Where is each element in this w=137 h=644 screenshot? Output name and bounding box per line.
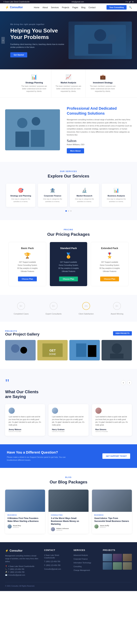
nav-home[interactable]: Home: [34, 6, 39, 9]
market-icon: 📈: [55, 74, 82, 80]
pricing-standard-btn[interactable]: Choose Plan: [59, 276, 78, 281]
cta-content: Have You a Different Question? Please ma…: [7, 450, 75, 462]
about-more-button[interactable]: More About: [67, 148, 84, 154]
pricing-basic-name: Basic Pack: [12, 247, 43, 250]
footer-link-email[interactable]: Consultor@gmail.com: [44, 568, 61, 570]
stats-section: 0+ Completed Cases 0+ Expert Consultants…: [0, 295, 137, 322]
hero-prev-arrow[interactable]: ‹: [1, 37, 5, 44]
feature-strategy: 📊 Strategy Planning The team members' pu…: [17, 69, 51, 97]
hero-cta-button[interactable]: Get Started: [10, 52, 27, 58]
svg-text:0+: 0+: [116, 304, 118, 307]
gallery-item-4[interactable]: [101, 340, 132, 360]
social-icon-tw[interactable]: t: [127, 1, 128, 3]
service-analysis: 📊 Business Analysis One way to categoriz…: [102, 184, 131, 207]
testimonial-name-1: Jenny Watson: [9, 428, 42, 430]
nav-blog[interactable]: Blog: [81, 6, 85, 9]
footer-service-4[interactable]: Consulting: [73, 566, 81, 568]
footer-link-fax[interactable]: F: (800) 123-456-789: [44, 564, 60, 566]
hero-description: Facilitating client learning: that is, t…: [10, 43, 69, 49]
footer-proj-2[interactable]: [113, 554, 122, 561]
nav-projects[interactable]: Projects: [62, 6, 69, 9]
gallery-item-3[interactable]: [69, 340, 100, 360]
footer-fax: 📠 F: (800) 123-456-789: [5, 571, 39, 573]
footer-projects-col: PROJECTS: [103, 549, 132, 577]
dot-2[interactable]: [68, 210, 69, 212]
testimonial-item-1: I just wanted to share a quick note and …: [5, 404, 45, 436]
footer-proj-1[interactable]: [103, 554, 112, 561]
testimonial-prev-button[interactable]: ‹: [121, 380, 126, 385]
footer-contact-col: CONTACT 4 Swan Lake Street Crawfordsvill…: [44, 549, 68, 577]
blog-post-2[interactable]: Consulting 3 of the Worst Ways Small Bus…: [49, 490, 88, 534]
gallery-item-1[interactable]: [5, 340, 36, 360]
footer-proj-3[interactable]: [123, 554, 132, 561]
feature-market: 📈 Market Analysis The team members' purp…: [51, 69, 86, 97]
feature-investment-title: Investment Strategy: [89, 82, 116, 84]
blog-post-3[interactable]: Business Good Advice: Tips From Successf…: [92, 490, 132, 534]
gallery-section: PROJECTS Our Project Gallery VIEW PROJEC…: [0, 322, 137, 369]
nav-about[interactable]: About: [43, 6, 48, 9]
testimonial-item-3: I just wanted to share a quick note and …: [92, 404, 132, 436]
stat-satisfaction-label: Client Satisfaction: [79, 313, 94, 315]
about-title: Professional And Dedicated Consulting So…: [67, 106, 132, 116]
gallery-header-left: PROJECTS Our Project Gallery: [5, 330, 40, 336]
topbar: 4 Swan Lake Street Crawfordsville info@g…: [0, 0, 137, 4]
footer-grid: ⚡ Consultor Management consulting involv…: [5, 549, 132, 577]
testimonials-section: " What Our Clients are Saying ‹ › I just…: [0, 369, 137, 444]
footer-proj-5[interactable]: [113, 562, 122, 570]
svg-point-1: [94, 29, 106, 41]
social-icon-gp[interactable]: g+: [129, 1, 131, 3]
footer-service-3[interactable]: Information Technology: [73, 562, 91, 564]
extended-f4: Ultimate Features: [94, 270, 125, 272]
services-section: OUR SERVICES Explore Our Services 🎯 Stra…: [0, 162, 137, 220]
svg-text:0+: 0+: [20, 304, 23, 307]
gallery-view-button[interactable]: VIEW PROJECTS: [113, 331, 132, 336]
gallery-item-2[interactable]: GET DONE: [37, 340, 68, 360]
footer-projects-heading: PROJECTS: [103, 549, 132, 552]
services-tag: OUR SERVICES: [5, 170, 132, 172]
blog-grid: Business 8 Mistakes First-Time Founders …: [5, 490, 132, 534]
feature-market-desc: The team members' purposes are better un…: [55, 85, 82, 92]
pricing-extended-btn[interactable]: Choose Plan: [100, 276, 119, 281]
strategy-icon: 📊: [21, 74, 48, 80]
social-icon-in[interactable]: in: [132, 1, 133, 3]
footer-email: ✉️ Consultor@gmail.com: [5, 574, 39, 576]
feature-investment: 💼 Investment Strategy The team members' …: [86, 69, 120, 97]
footer-link-address[interactable]: 4 Swan Lake Street Crawfordsville: [44, 554, 59, 559]
testimonial-next-button[interactable]: ›: [127, 380, 132, 385]
basic-f3: 30 Day analytics & insights: [12, 267, 43, 269]
gallery-tag: PROJECTS: [5, 330, 40, 332]
blog-content-3: Business Good Advice: Tips From Successf…: [92, 512, 132, 531]
nav-contact[interactable]: Contact: [88, 6, 96, 9]
nav-pages[interactable]: Pages: [72, 6, 78, 9]
topbar-social: f t g+ in: [126, 1, 133, 3]
testimonial-name-3: Ron Simons: [95, 428, 128, 430]
quote-mark: ": [5, 378, 39, 388]
testimonial-role-1: CEO/Co-Founder: [9, 430, 42, 432]
svg-point-3: [108, 34, 116, 43]
social-icon-fb[interactable]: f: [126, 1, 126, 3]
testimonial-avatar-1: [9, 408, 15, 414]
footer-proj-6[interactable]: [123, 562, 132, 570]
feature-strategy-title: Strategy Planning: [21, 82, 48, 84]
footer-service-5[interactable]: Change Management: [73, 569, 90, 571]
footer-link-phone[interactable]: T: (800) 123-456-789: [44, 561, 60, 562]
footer-service-2[interactable]: Corporate Finance: [73, 558, 88, 560]
search-icon[interactable]: 🔍: [129, 6, 132, 9]
testimonial-text-3: I just wanted to share a quick note and …: [95, 416, 128, 426]
pricing-basic-btn[interactable]: Choose Plan: [18, 276, 37, 281]
footer-service-1[interactable]: Advanced Analysis: [73, 554, 88, 556]
extended-f2: Home Consulting System: [94, 264, 125, 266]
cta-button[interactable]: GET SUPPORT TICKET: [102, 453, 130, 459]
dot-3[interactable]: [70, 210, 72, 212]
blog-post-1[interactable]: Business 8 Mistakes First-Time Founders …: [5, 490, 45, 534]
svg-point-28: [112, 343, 122, 354]
about-image: [5, 109, 60, 150]
about-content: Professional And Dedicated Consulting So…: [67, 106, 132, 154]
testimonial-header: " What Our Clients are Saying ‹ ›: [5, 378, 132, 399]
stat-cases: 0+ Completed Cases: [14, 302, 29, 315]
about-sig-name: Robert Williams, CEO: [67, 144, 132, 146]
nav-services[interactable]: Services: [51, 6, 59, 9]
nav-cta-button[interactable]: Your Consulting: [106, 5, 126, 10]
dot-1[interactable]: [65, 210, 67, 212]
footer-proj-4[interactable]: [103, 562, 112, 570]
